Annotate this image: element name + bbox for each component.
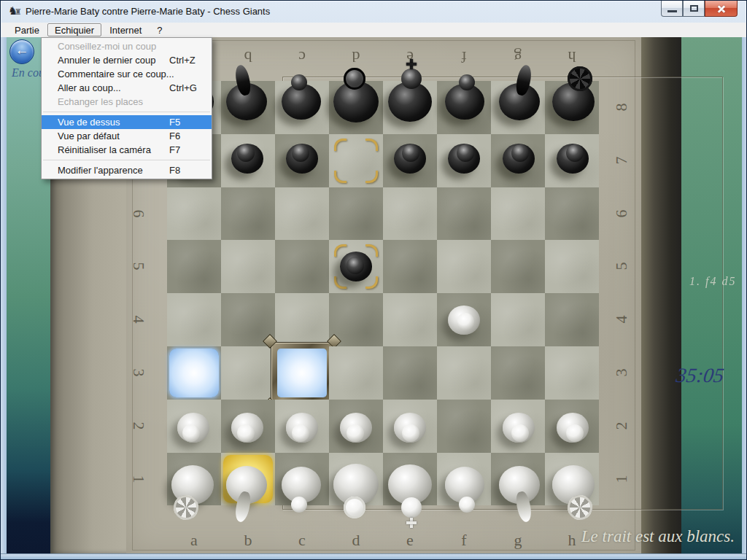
coord-top-f: f bbox=[453, 46, 475, 68]
menubar-item-echiquier[interactable]: Echiquier bbox=[47, 23, 101, 36]
square-e5[interactable] bbox=[383, 240, 437, 293]
coord-left-3: 3 bbox=[128, 362, 150, 384]
close-icon bbox=[716, 4, 727, 14]
square-a5[interactable] bbox=[167, 240, 221, 293]
menu-separator bbox=[42, 109, 212, 115]
square-h6[interactable] bbox=[545, 187, 599, 241]
menu-item-aller-au-coup-[interactable]: Aller au coup...Ctrl+G bbox=[42, 81, 212, 95]
square-e6[interactable] bbox=[383, 187, 437, 241]
king-cross-icon bbox=[406, 518, 417, 528]
menu-item-commentaire-sur-ce-coup-[interactable]: Commentaire sur ce coup... bbox=[42, 67, 212, 81]
maximize-button[interactable] bbox=[683, 1, 705, 17]
caption-buttons bbox=[661, 1, 738, 17]
close-button[interactable] bbox=[705, 1, 738, 17]
menu-item-shortcut: F6 bbox=[169, 129, 180, 143]
pawn-head bbox=[457, 144, 474, 162]
menu-item-label: Réinitialiser la caméra bbox=[58, 144, 151, 155]
square-c4[interactable] bbox=[275, 293, 329, 346]
coord-bottom-g: g bbox=[507, 529, 529, 551]
gold-bracket bbox=[334, 171, 347, 183]
menu-item-shortcut: F5 bbox=[169, 115, 180, 129]
square-b6[interactable] bbox=[221, 187, 275, 241]
square-a6[interactable] bbox=[167, 187, 221, 241]
hover-square-frame bbox=[271, 343, 333, 403]
coord-bottom-a: a bbox=[183, 529, 205, 551]
coord-bottom-d: d bbox=[345, 529, 367, 551]
square-f3[interactable] bbox=[437, 346, 491, 400]
coord-bottom-f: f bbox=[453, 529, 475, 551]
move-list-text: 1. f4 d5 bbox=[689, 275, 736, 288]
legal-move-highlight bbox=[169, 349, 219, 397]
clock-text: 35:05 bbox=[675, 364, 726, 387]
pawn-head bbox=[566, 144, 584, 162]
menubar-item-internet[interactable]: Internet bbox=[102, 23, 149, 36]
square-a4[interactable] bbox=[167, 293, 221, 346]
menu-item-shortcut: Ctrl+Z bbox=[169, 53, 196, 67]
window-title: Pierre-Marie Baty contre Pierre-Marie Ba… bbox=[26, 6, 270, 17]
coord-bottom-c: c bbox=[291, 529, 313, 551]
hover-square-glow bbox=[277, 349, 327, 397]
back-button[interactable]: ← bbox=[9, 39, 34, 64]
coord-right-2: 2 bbox=[611, 415, 632, 437]
menu-bar: PartieEchiquierInternet? bbox=[1, 23, 747, 37]
app-window: ♞ ♜ Pierre-Marie Baty contre Pierre-Mari… bbox=[0, 0, 747, 560]
menu-item-label: Echanger les places bbox=[58, 96, 143, 107]
square-c5[interactable] bbox=[275, 240, 329, 293]
coord-right-4: 4 bbox=[611, 308, 632, 330]
game-status-label: En cou bbox=[12, 66, 44, 79]
square-e4[interactable] bbox=[383, 293, 437, 346]
square-g3[interactable] bbox=[491, 346, 545, 400]
gold-bracket bbox=[365, 171, 378, 183]
menu-item-shortcut: Ctrl+G bbox=[169, 81, 197, 95]
square-c3[interactable] bbox=[275, 346, 329, 400]
square-e3[interactable] bbox=[383, 346, 437, 400]
coord-right-7: 7 bbox=[611, 149, 632, 171]
coord-bottom-e: e bbox=[399, 529, 421, 551]
turn-message: Le trait est aux blancs. bbox=[581, 527, 735, 546]
square-g5[interactable] bbox=[491, 240, 545, 293]
app-icon-rook: ♜ bbox=[15, 7, 22, 17]
coord-right-1: 1 bbox=[611, 468, 632, 490]
minimize-icon bbox=[667, 10, 677, 12]
coord-bottom-b: b bbox=[237, 529, 259, 551]
bishop-head bbox=[291, 74, 307, 90]
coord-top-h: h bbox=[561, 46, 583, 68]
pawn-head bbox=[511, 144, 529, 162]
king-cross-bar bbox=[406, 521, 417, 524]
last-move-marker-d7 bbox=[329, 134, 383, 187]
menu-item-modifier-l-apparence[interactable]: Modifier l'apparenceF8 bbox=[42, 163, 212, 177]
menu-item-annuler-le-dernier-coup[interactable]: Annuler le dernier coupCtrl+Z bbox=[42, 53, 212, 67]
menubar-item-partie[interactable]: Partie bbox=[7, 23, 47, 36]
menu-item-label: Modifier l'apparence bbox=[58, 165, 143, 176]
square-b3[interactable] bbox=[221, 346, 275, 400]
square-h4[interactable] bbox=[545, 293, 599, 346]
window-border-right bbox=[742, 37, 747, 553]
gold-bracket bbox=[365, 276, 378, 289]
coord-right-8: 8 bbox=[611, 96, 632, 118]
square-g6[interactable] bbox=[491, 187, 545, 241]
square-h5[interactable] bbox=[545, 240, 599, 293]
coord-bottom-h: h bbox=[561, 529, 583, 551]
square-b5[interactable] bbox=[221, 240, 275, 293]
square-f2[interactable] bbox=[437, 400, 491, 453]
pawn-head bbox=[511, 424, 529, 442]
rook-head bbox=[568, 66, 592, 91]
square-f6[interactable] bbox=[437, 187, 491, 241]
coord-left-1: 1 bbox=[128, 468, 150, 490]
menu-item-vue-de-dessus[interactable]: Vue de dessusF5 bbox=[42, 115, 212, 129]
square-c6[interactable] bbox=[275, 187, 329, 241]
menu-item-vue-par-défaut[interactable]: Vue par défautF6 bbox=[42, 129, 212, 143]
square-d6[interactable] bbox=[329, 187, 383, 241]
square-f5[interactable] bbox=[437, 240, 491, 293]
minimize-button[interactable] bbox=[661, 1, 683, 17]
square-g4[interactable] bbox=[491, 293, 545, 346]
square-a3[interactable] bbox=[167, 346, 221, 400]
square-d3[interactable] bbox=[329, 346, 383, 400]
gold-bracket bbox=[365, 139, 378, 151]
back-arrow-icon: ← bbox=[10, 42, 34, 58]
square-h3[interactable] bbox=[545, 346, 599, 400]
menubar-item-?[interactable]: ? bbox=[150, 23, 169, 36]
king-head bbox=[401, 69, 422, 89]
maximize-icon bbox=[690, 5, 698, 12]
menu-item-réinitialiser-la-caméra[interactable]: Réinitialiser la caméraF7 bbox=[42, 143, 212, 157]
